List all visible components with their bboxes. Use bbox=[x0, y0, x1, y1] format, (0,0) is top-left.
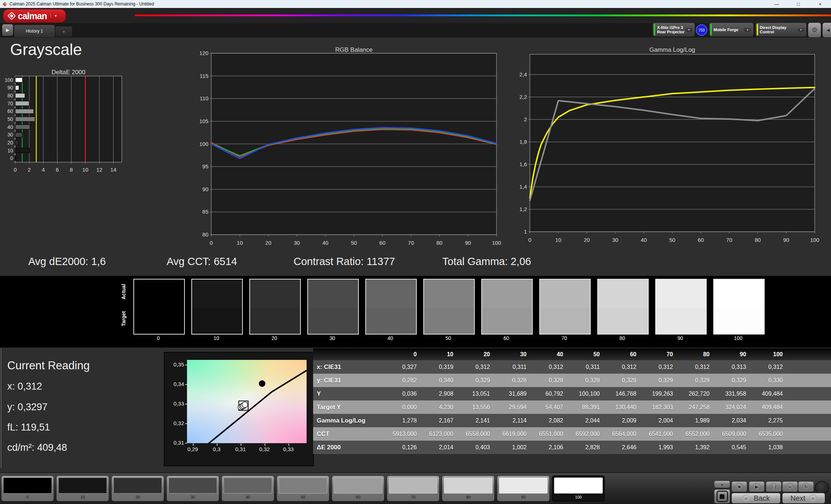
display-control-dropdown[interactable]: Direct Display Control ▼ bbox=[755, 22, 807, 37]
meter-status-stripe bbox=[654, 24, 655, 35]
swatch-level-label: 50 bbox=[423, 335, 473, 341]
table-cell: 409,484 bbox=[751, 387, 788, 400]
back-button[interactable]: « Back bbox=[731, 493, 781, 504]
table-row-label: Target Y bbox=[313, 400, 385, 414]
pattern-level-button-0[interactable]: 0 bbox=[1, 475, 54, 501]
pattern-window-icon bbox=[716, 491, 728, 502]
svg-text:60: 60 bbox=[698, 237, 704, 243]
window-pattern-button[interactable] bbox=[714, 489, 730, 504]
calman-menu-chevron-icon: ▼ bbox=[50, 14, 57, 18]
table-cell: 0,312 bbox=[531, 360, 568, 374]
pattern-level-button-20[interactable]: 20 bbox=[111, 475, 164, 501]
play-button[interactable]: ▶ bbox=[749, 481, 765, 492]
table-col-header: 0 bbox=[385, 348, 421, 360]
pattern-level-button-100[interactable]: 100 bbox=[552, 475, 605, 501]
table-cell: 2,141 bbox=[458, 414, 495, 427]
continuous-button[interactable]: ∞ bbox=[782, 481, 798, 492]
pattern-level-button-90[interactable]: 90 bbox=[497, 475, 550, 501]
svg-text:100: 100 bbox=[492, 240, 501, 246]
calman-logo-text: calman bbox=[18, 11, 47, 21]
cie-x-tick: 0,32 bbox=[254, 446, 275, 452]
pattern-level-label: 10 bbox=[57, 495, 109, 499]
deltae-bar-20 bbox=[15, 140, 18, 145]
target-half bbox=[250, 308, 300, 334]
gear-icon[interactable]: ⚙ bbox=[808, 22, 821, 38]
table-cell: 0,545 bbox=[714, 441, 751, 454]
cie-x-tick: 0,3 bbox=[206, 446, 228, 452]
back-chevron-icon: « bbox=[742, 494, 750, 502]
pattern-swatch bbox=[113, 478, 162, 494]
expand-up-icon[interactable]: ▲ bbox=[714, 480, 730, 488]
table-cell: 1,038 bbox=[751, 441, 788, 454]
swatch-level-label: 80 bbox=[597, 335, 647, 341]
table-cell: 6541,000 bbox=[641, 427, 678, 441]
chart-canvas: 100908070605040302010002468101214 bbox=[0, 69, 130, 177]
cie-x-tick: 0,33 bbox=[278, 446, 299, 452]
close-icon[interactable]: × bbox=[809, 0, 831, 8]
table-cell: 0,312 bbox=[641, 360, 678, 374]
table-cell: 1,989 bbox=[678, 414, 714, 427]
svg-text:14: 14 bbox=[110, 167, 116, 173]
pattern-level-button-10[interactable]: 10 bbox=[56, 475, 109, 501]
meter-name: X-Rite i1Pro 3 bbox=[657, 25, 685, 30]
actual-half bbox=[192, 280, 242, 308]
table-cell: 0,313 bbox=[714, 360, 751, 374]
pattern-level-button-80[interactable]: 80 bbox=[442, 475, 495, 501]
pattern-swatch bbox=[444, 478, 493, 494]
calman-menu-button[interactable]: calman ▼ bbox=[3, 9, 66, 23]
svg-text:120: 120 bbox=[199, 50, 208, 56]
swatch-level-label: 40 bbox=[365, 335, 415, 341]
pattern-swatch bbox=[3, 478, 52, 494]
history-nav-icon[interactable]: ▶ bbox=[2, 24, 13, 36]
source-status-stripe bbox=[710, 24, 712, 35]
range-button[interactable]: [··] bbox=[766, 481, 782, 492]
back-label: Back bbox=[754, 494, 770, 503]
svg-text:1: 1 bbox=[524, 228, 527, 235]
table-cell: 2,275 bbox=[751, 414, 788, 427]
add-tab-button[interactable]: + bbox=[55, 26, 72, 37]
daylight-locus bbox=[208, 370, 307, 443]
table-cell: 199,263 bbox=[641, 387, 678, 400]
stop-button[interactable]: ■ bbox=[731, 481, 747, 492]
svg-text:70: 70 bbox=[7, 101, 13, 106]
minimize-icon[interactable]: — bbox=[766, 0, 788, 8]
table-row: Gamma Log/Log1,2782,1672,1412,1142,0822,… bbox=[313, 414, 831, 427]
source-dropdown[interactable]: Mobile Forge ▼ bbox=[709, 22, 754, 37]
pattern-level-label: 40 bbox=[222, 495, 274, 499]
deltae-bar-10 bbox=[15, 148, 29, 153]
total-gamma-stat: Total Gamma: 2,06 bbox=[442, 256, 531, 268]
svg-text:105: 105 bbox=[199, 118, 208, 124]
svg-text:50: 50 bbox=[669, 237, 676, 243]
loop-button[interactable]: ↻ bbox=[798, 481, 814, 492]
meter-dropdown[interactable]: X-Rite i1Pro 3 Rear Projector ▼ bbox=[652, 22, 695, 37]
target-half bbox=[540, 308, 590, 334]
tab-history-1[interactable]: History 1 bbox=[14, 25, 55, 38]
pattern-swatch bbox=[389, 478, 437, 494]
actual-half bbox=[424, 280, 474, 308]
pattern-level-button-70[interactable]: 70 bbox=[387, 475, 440, 501]
cie-y-tick: 0,32 bbox=[165, 420, 184, 426]
target-half bbox=[134, 308, 184, 334]
grayscale-swatch-90 bbox=[655, 279, 707, 335]
pattern-level-label: 30 bbox=[167, 495, 219, 499]
maximize-icon[interactable]: □ bbox=[788, 0, 809, 8]
actual-half bbox=[656, 280, 706, 308]
table-cell: 13,556 bbox=[458, 400, 495, 414]
collapse-panel-icon[interactable]: ◀ bbox=[822, 22, 831, 38]
table-cell: 0,311 bbox=[568, 360, 604, 374]
table-row: Target Y0,0004,23013,55629,59454,40788,3… bbox=[313, 400, 831, 414]
actual-half bbox=[134, 280, 184, 308]
pattern-level-button-60[interactable]: 60 bbox=[332, 475, 385, 501]
svg-text:30: 30 bbox=[7, 132, 13, 138]
swatch-level-label: 70 bbox=[539, 335, 589, 341]
meter-badge[interactable]: 703 bbox=[696, 24, 707, 36]
current-reading-x: x: 0,312 bbox=[7, 381, 42, 392]
pattern-level-button-30[interactable]: 30 bbox=[166, 475, 219, 501]
svg-text:4: 4 bbox=[42, 167, 45, 173]
svg-text:80: 80 bbox=[436, 240, 442, 246]
pattern-level-button-50[interactable]: 50 bbox=[277, 475, 329, 501]
cie-chart-frame: 0,350,340,330,320,310,290,30,310,320,33 bbox=[164, 352, 314, 466]
cie-chart-plot bbox=[187, 360, 307, 443]
next-button[interactable]: Next » bbox=[782, 493, 825, 504]
pattern-level-button-40[interactable]: 40 bbox=[221, 475, 274, 501]
